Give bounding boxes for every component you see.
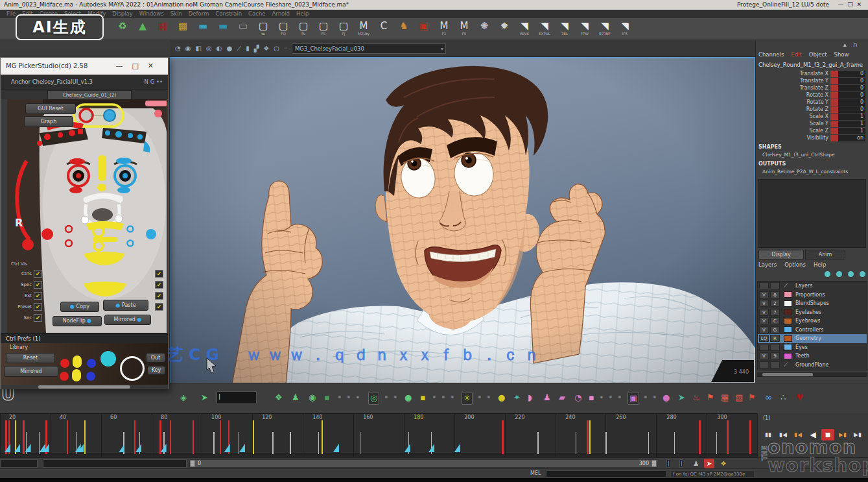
- picker-close-icon[interactable]: ✕: [148, 62, 163, 70]
- picker-checkbox[interactable]: ✔: [155, 303, 163, 311]
- anim-tool-icon-41[interactable]: ∴: [780, 392, 786, 404]
- viewport-toolbar-icon-6[interactable]: ⟋: [237, 45, 241, 53]
- viewport-toolbar-icon-1[interactable]: ◉: [185, 45, 191, 53]
- picker-face-canvas[interactable]: R: [7, 99, 167, 333]
- picker-selection-ring[interactable]: [120, 356, 145, 381]
- layer-visibility-toggle[interactable]: V: [759, 317, 769, 324]
- shelf-icon-11[interactable]: ▢FJ: [335, 20, 352, 36]
- layer-visibility-toggle[interactable]: [759, 282, 769, 289]
- channel-box-menus[interactable]: ChannelsEditObjectShow: [758, 51, 849, 58]
- output-node-name[interactable]: Anim_Retime_P2A_W_L_constraints: [762, 169, 866, 175]
- layer-icon[interactable]: [860, 271, 865, 277]
- layer-icon[interactable]: [848, 271, 854, 277]
- picker-pose-dot-red[interactable]: [60, 372, 69, 381]
- anim-tool-icon-34[interactable]: ➤: [678, 392, 685, 404]
- layer-visibility-toggle[interactable]: [759, 344, 769, 351]
- layer-mode-toggle[interactable]: 2: [770, 300, 780, 307]
- shelf-icon-8[interactable]: ▢FQ: [275, 20, 292, 36]
- picker-check-row[interactable]: ✔: [155, 280, 163, 289]
- shelf-icon-2[interactable]: ▦: [154, 20, 171, 32]
- shelf-icon-7[interactable]: ▢ta: [255, 20, 272, 36]
- range-slider-row[interactable]: 0 300 | | ♟ ➤ ❖: [0, 457, 868, 468]
- mel-label[interactable]: MEL: [530, 470, 541, 476]
- picker-checkbox[interactable]: ✔: [155, 292, 163, 300]
- viewport-toolbar-icons[interactable]: ◔◉◧◎◐●⟋▮▞❖○◦: [175, 45, 288, 53]
- picker-check-row[interactable]: Spec✔: [8, 280, 42, 289]
- menu-item-arnold[interactable]: Arnold: [272, 10, 290, 18]
- shelf-icon-22[interactable]: ◥7BL: [556, 20, 573, 36]
- channel-value[interactable]: 0: [838, 99, 865, 106]
- command-line-row[interactable]: MEL f on fai QC f43 sP 2M2@qa330e: [0, 468, 868, 478]
- anim-tool-icon-6[interactable]: •: [337, 392, 342, 404]
- channel-value[interactable]: 1: [838, 114, 865, 120]
- layer-row[interactable]: VGControllers: [758, 326, 867, 335]
- menu-item-display[interactable]: Display: [112, 10, 132, 18]
- anim-tool-icon-13[interactable]: ▪: [420, 392, 426, 404]
- window-controls[interactable]: —❐✕: [838, 0, 865, 10]
- picker-pose-dot-blue[interactable]: [87, 359, 96, 368]
- display-layer-list[interactable]: ⟋LayersV8ProportionsV2BlendShapesV7Eyela…: [757, 281, 867, 370]
- picker-checkbox[interactable]: ✔: [34, 270, 42, 278]
- anim-end-field[interactable]: [43, 459, 187, 468]
- anim-tool-icon-18[interactable]: •: [477, 392, 482, 404]
- layer-visibility-toggle[interactable]: V: [759, 300, 769, 307]
- picker-tab[interactable]: Chelsey_Guide_01_(2): [47, 90, 132, 99]
- panel-icon-0[interactable]: ▴: [843, 41, 853, 48]
- picker-gui-reset-button[interactable]: GUI Reset: [25, 103, 76, 114]
- layer-color-swatch[interactable]: [784, 344, 792, 350]
- viewport-toolbar-icon-8[interactable]: ▞: [254, 45, 259, 53]
- anim-tool-icon-38[interactable]: ▨: [735, 392, 743, 404]
- picker-hscrollbar[interactable]: [1, 385, 168, 389]
- channel-box-object-name[interactable]: Chelsey_Round_M1_f3_2_gui_A_frame: [758, 62, 866, 68]
- shelf-icon-3[interactable]: ▩: [174, 20, 191, 32]
- viewport-toolbar-icon-9[interactable]: ❖: [263, 45, 269, 53]
- close-icon[interactable]: ✕: [856, 1, 865, 8]
- viewport-toolbar-icon-2[interactable]: ◧: [195, 45, 201, 53]
- shelf-icon-13[interactable]: C: [375, 20, 392, 32]
- picker-eye-target-control[interactable]: [74, 104, 123, 127]
- shelf-icon-0[interactable]: ♻: [114, 20, 131, 32]
- layer-mode-toggle[interactable]: [770, 282, 780, 289]
- layer-mode-toggle[interactable]: [770, 344, 780, 351]
- channel-value[interactable]: 1: [838, 128, 865, 134]
- anim-tool-icon-14[interactable]: •: [432, 392, 437, 404]
- range-handle-right[interactable]: [651, 460, 657, 467]
- shelf-icon-5[interactable]: ▬: [215, 20, 231, 32]
- playback-end-field[interactable]: |: [679, 459, 683, 468]
- layer-row[interactable]: LQRGeometry: [758, 334, 867, 343]
- menu-item-windows[interactable]: Windows: [139, 10, 164, 18]
- layer-row[interactable]: VCEyebrows: [758, 317, 867, 326]
- layer-row[interactable]: ⟋Layers: [758, 282, 867, 291]
- channel-row[interactable]: Visibilityon: [756, 134, 868, 141]
- anim-tool-icon-10[interactable]: •: [384, 392, 389, 404]
- menu-bar[interactable]: FileEditCreateSelectModifyDisplayWindows…: [0, 10, 868, 18]
- anim-tool-icon-31[interactable]: •: [643, 392, 648, 404]
- layer-mode-toggle[interactable]: 9: [770, 352, 780, 359]
- picker-reset-button[interactable]: Reset: [6, 353, 55, 363]
- time-slider[interactable]: 2040608010012014016018020022024026028030…: [0, 413, 757, 457]
- layer-mode-toggle[interactable]: G: [770, 326, 780, 333]
- picker-graph-button[interactable]: Graph: [24, 116, 73, 127]
- layer-mode-toggle[interactable]: [770, 361, 780, 368]
- anim-tool-icon-16[interactable]: •: [450, 392, 455, 404]
- picker-check-row[interactable]: Ctrls✔: [8, 269, 42, 278]
- layer-color-swatch[interactable]: [784, 318, 792, 324]
- channelbox-menu-object[interactable]: Object: [809, 51, 827, 58]
- anim-tool-icon-1[interactable]: ➤: [201, 392, 208, 404]
- shelf-icon-12[interactable]: MMXUty: [355, 20, 372, 36]
- anim-tool-icon-27[interactable]: •: [599, 392, 604, 404]
- channel-value[interactable]: 0: [838, 106, 865, 113]
- anim-tool-icon-12[interactable]: ●: [405, 392, 412, 404]
- anim-tool-icon-24[interactable]: ▰: [559, 392, 565, 404]
- picker-nodeflip-button[interactable]: NodeFlip ●: [53, 316, 102, 326]
- layer-visibility-toggle[interactable]: V: [759, 352, 769, 359]
- shelf-toolbar[interactable]: ♻▲▦▩▬▬▭▢ta▢FQ▢FL▢FS▢FJMMXUtyC♞▣MF1MF5✺✹◥…: [0, 18, 868, 40]
- menu-item-deform[interactable]: Deform: [189, 10, 209, 18]
- shelf-icon-21[interactable]: ◥EXPUL: [536, 20, 553, 36]
- viewport-toolbar-icon-0[interactable]: ◔: [175, 45, 181, 53]
- layer-list-hscrollbar[interactable]: [757, 372, 867, 377]
- anim-tool-icon-15[interactable]: •: [441, 392, 446, 404]
- command-line-input[interactable]: [546, 470, 666, 477]
- anim-tool-icon-5[interactable]: ▪: [324, 392, 330, 404]
- layer-icon[interactable]: [825, 271, 830, 277]
